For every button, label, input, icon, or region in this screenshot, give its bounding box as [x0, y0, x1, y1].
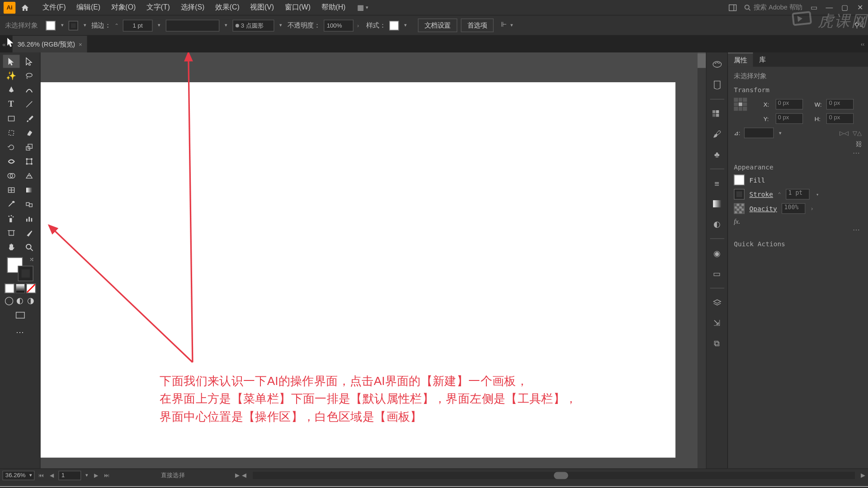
- free-transform-tool[interactable]: [20, 155, 37, 168]
- next-artboard-icon[interactable]: ▶: [92, 471, 100, 479]
- doc-setup-button[interactable]: 文档设置: [418, 19, 457, 32]
- width-tool[interactable]: [3, 155, 19, 168]
- asset-export-panel-icon[interactable]: ⇲: [710, 316, 724, 330]
- stroke-weight-panel[interactable]: 1 pt: [786, 189, 810, 200]
- symbol-sprayer-tool[interactable]: [3, 212, 19, 225]
- fx-label[interactable]: fx.: [734, 217, 862, 225]
- tab-properties[interactable]: 属性: [728, 52, 753, 67]
- fill-swatch-panel[interactable]: [734, 174, 745, 185]
- canvas-area[interactable]: 下面我们来认识一下AI的操作界面，点击AI界面的【新建】一个画板， 在界面上方是…: [41, 52, 706, 468]
- panel-collapse-icon[interactable]: ‹‹: [861, 36, 868, 52]
- vertical-scrollbar[interactable]: [698, 52, 706, 468]
- flip-h-icon[interactable]: ▷◁: [840, 130, 849, 136]
- opacity-input-panel[interactable]: 100%: [782, 203, 806, 214]
- column-graph-tool[interactable]: [20, 212, 37, 225]
- transform-options[interactable]: ⋯: [734, 148, 862, 159]
- maximize-icon[interactable]: ▢: [838, 1, 851, 13]
- blend-tool[interactable]: [20, 198, 37, 211]
- align-icon[interactable]: ⊩: [501, 21, 514, 29]
- mesh-tool[interactable]: [3, 183, 19, 197]
- swap-fill-stroke-icon[interactable]: ⤭: [29, 256, 34, 262]
- menu-type[interactable]: 文字(T): [141, 0, 175, 15]
- share-icon[interactable]: ▭: [807, 1, 821, 13]
- w-input[interactable]: 0 px: [826, 99, 854, 110]
- shaper-tool[interactable]: [3, 127, 19, 140]
- menu-select[interactable]: 选择(S): [175, 0, 210, 15]
- symbols-panel-icon[interactable]: ♣: [710, 147, 724, 162]
- stroke-swatch[interactable]: [69, 20, 78, 30]
- eraser-tool[interactable]: [20, 127, 37, 140]
- opacity-swatch-panel[interactable]: [734, 203, 745, 214]
- preferences-button[interactable]: 首选项: [461, 19, 494, 32]
- paintbrush-tool[interactable]: [20, 112, 37, 125]
- stroke-dd[interactable]: [82, 21, 88, 29]
- gradient-panel-icon[interactable]: [710, 197, 724, 211]
- magic-wand-tool[interactable]: ✨: [3, 69, 19, 82]
- none-mode[interactable]: [26, 284, 35, 293]
- stroke-weight-input[interactable]: 1 pt: [123, 19, 153, 31]
- workspace-icon[interactable]: [726, 1, 739, 13]
- line-tool[interactable]: [20, 98, 37, 111]
- color-guide-panel-icon[interactable]: [710, 77, 724, 92]
- artboard-number[interactable]: 1: [58, 470, 81, 480]
- edit-toolbar[interactable]: ⋯: [12, 325, 28, 338]
- tab-libraries[interactable]: 库: [753, 52, 772, 67]
- brushes-panel-icon[interactable]: 🖌: [710, 127, 724, 141]
- horizontal-scrollbar[interactable]: [253, 472, 855, 479]
- opacity-input[interactable]: 100%: [324, 19, 354, 31]
- stroke-color[interactable]: [18, 266, 33, 281]
- gradient-mode[interactable]: [15, 284, 25, 293]
- x-input[interactable]: 0 px: [775, 99, 803, 110]
- drawmode-behind[interactable]: ◐: [15, 296, 25, 305]
- stroke-panel-icon[interactable]: ≡: [710, 176, 724, 191]
- reference-point[interactable]: [734, 98, 747, 111]
- swatches-panel-icon[interactable]: [710, 107, 724, 121]
- search-box[interactable]: 搜索 Adobe 帮助: [744, 3, 802, 12]
- menu-effect[interactable]: 效果(C): [210, 0, 245, 15]
- minimize-icon[interactable]: —: [823, 1, 836, 13]
- link-wh-icon[interactable]: ⛓: [855, 141, 862, 148]
- menu-object[interactable]: 对象(O): [106, 0, 141, 15]
- stroke-weight-dd[interactable]: [156, 21, 162, 29]
- slice-tool[interactable]: [20, 226, 37, 239]
- pin-icon[interactable]: ⚲≡: [854, 21, 863, 29]
- appearance-options[interactable]: ⋯: [734, 225, 862, 235]
- artboard-tool[interactable]: [3, 226, 19, 239]
- perspective-tool[interactable]: [20, 169, 37, 183]
- layers-panel-icon[interactable]: [710, 296, 724, 310]
- zoom-tool[interactable]: [20, 241, 37, 254]
- fill-stroke-indicator[interactable]: ⤭: [7, 258, 33, 282]
- brush-dd[interactable]: 3 点圆形: [232, 19, 274, 31]
- menu-window[interactable]: 窗口(W): [279, 0, 316, 15]
- gradient-tool[interactable]: [20, 183, 37, 197]
- menu-edit[interactable]: 编辑(E): [71, 0, 105, 15]
- tabs-scroll[interactable]: « ×: [0, 36, 13, 52]
- selection-tool[interactable]: [3, 55, 19, 68]
- y-input[interactable]: 0 px: [775, 113, 803, 124]
- drawmode-inside[interactable]: ◑: [26, 296, 35, 305]
- lasso-tool[interactable]: [20, 69, 37, 82]
- color-mode[interactable]: [5, 284, 14, 293]
- transparency-panel-icon[interactable]: ◐: [710, 217, 724, 231]
- rectangle-tool[interactable]: [3, 112, 19, 125]
- zoom-dropdown[interactable]: 36.26%▾: [2, 470, 34, 480]
- menu-help[interactable]: 帮助(H): [316, 0, 351, 15]
- flip-v-icon[interactable]: ▽△: [853, 130, 862, 136]
- rotate-tool[interactable]: [3, 141, 19, 154]
- type-tool[interactable]: T: [3, 98, 19, 111]
- menu-file[interactable]: 文件(F): [37, 0, 71, 15]
- menu-view[interactable]: 视图(V): [245, 0, 279, 15]
- screen-mode[interactable]: [12, 309, 28, 322]
- appearance-panel-icon[interactable]: ◉: [710, 246, 724, 261]
- stroke-swatch-panel[interactable]: [734, 189, 745, 200]
- color-panel-icon[interactable]: [710, 57, 724, 72]
- angle-input[interactable]: [744, 127, 774, 138]
- first-artboard-icon[interactable]: ⏮: [37, 471, 45, 479]
- style-swatch[interactable]: [389, 20, 399, 30]
- shape-builder-tool[interactable]: [3, 169, 19, 183]
- hand-tool[interactable]: [3, 241, 19, 254]
- fill-swatch[interactable]: [46, 20, 56, 30]
- fill-dd[interactable]: [59, 21, 65, 29]
- arrange-docs-icon[interactable]: ▦: [357, 1, 370, 13]
- h-input[interactable]: 0 px: [826, 113, 854, 124]
